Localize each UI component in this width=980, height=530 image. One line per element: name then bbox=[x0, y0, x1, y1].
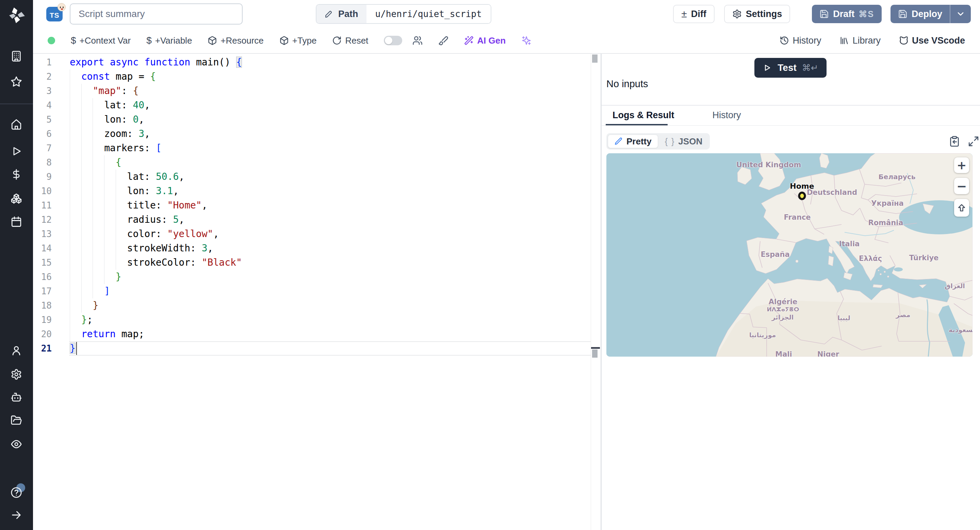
workspace-emoji-icon bbox=[57, 3, 66, 11]
format-brush-icon[interactable] bbox=[438, 35, 449, 46]
code-line-19[interactable]: }; bbox=[70, 313, 242, 327]
map-country-label: Deutschland bbox=[807, 188, 857, 196]
code-line-9[interactable]: lat: 50.6, bbox=[70, 170, 242, 184]
overview-cursor-mark bbox=[591, 347, 600, 349]
text-caret bbox=[76, 342, 77, 355]
play-icon bbox=[762, 63, 772, 73]
result-map[interactable]: United KingdomБеларусьDeutschlandУкраїна… bbox=[606, 153, 972, 357]
help-circle-icon bbox=[11, 487, 22, 498]
users-icon[interactable] bbox=[412, 35, 423, 46]
code-line-3[interactable]: "map": { bbox=[70, 84, 242, 98]
pretty-view-button[interactable]: Pretty bbox=[608, 134, 658, 148]
divider bbox=[601, 105, 980, 105]
sidebar-item-star[interactable] bbox=[11, 76, 22, 88]
code-lines[interactable]: export async function main() { const map… bbox=[70, 55, 242, 356]
map-reset-view-button[interactable] bbox=[954, 199, 969, 217]
sparkles-icon[interactable] bbox=[521, 35, 531, 46]
sidebar-item-boxes[interactable] bbox=[11, 193, 22, 204]
building-icon bbox=[11, 50, 22, 62]
deploy-dropdown-button[interactable] bbox=[950, 5, 971, 23]
main-area: TS Path u/henri/quiet_script ± Diff bbox=[33, 0, 980, 530]
code-line-21[interactable]: } bbox=[70, 341, 242, 356]
run-as-toggle[interactable] bbox=[384, 36, 402, 45]
sidebar-item-building[interactable] bbox=[11, 50, 22, 62]
add-type-button[interactable]: +Type bbox=[279, 35, 317, 46]
eye-icon bbox=[11, 438, 22, 450]
code-line-17[interactable]: ] bbox=[70, 284, 242, 299]
code-line-16[interactable]: } bbox=[70, 270, 242, 284]
toolbar-right: History Library Use VScode bbox=[780, 35, 980, 46]
json-view-button[interactable]: { } JSON bbox=[659, 134, 708, 148]
map-country-label: Ελλάς bbox=[859, 254, 882, 263]
map-country-label: العراق bbox=[945, 282, 965, 289]
add-context-var-button[interactable]: $ +Context Var bbox=[71, 35, 130, 46]
sidebar-item-play[interactable] bbox=[11, 145, 22, 157]
sidebar-item-folder-open[interactable] bbox=[11, 415, 22, 426]
dollar-icon: $ bbox=[146, 35, 152, 46]
map-zoom-in-button[interactable]: + bbox=[954, 157, 969, 173]
diff-button[interactable]: ± Diff bbox=[673, 5, 714, 23]
reset-button[interactable]: Reset bbox=[332, 35, 368, 46]
code-line-2[interactable]: const map = { bbox=[70, 69, 242, 84]
content-row: 123456789101112131415161718192021 export… bbox=[33, 54, 980, 530]
sidebar-item-settings[interactable] bbox=[11, 369, 22, 380]
package-icon bbox=[279, 36, 289, 45]
map-country-label: Türkiye bbox=[909, 254, 939, 262]
path-widget[interactable]: Path u/henri/quiet_script bbox=[316, 4, 492, 24]
code-line-13[interactable]: color: "yellow", bbox=[70, 227, 242, 241]
add-resource-button[interactable]: +Resource bbox=[208, 35, 263, 46]
sidebar-item-calendar[interactable] bbox=[11, 216, 22, 228]
sidebar-item-dollar-sign[interactable] bbox=[11, 169, 22, 180]
ai-gen-button[interactable]: AI Gen bbox=[464, 35, 506, 46]
windmill-logo[interactable] bbox=[6, 5, 27, 26]
code-line-7[interactable]: markers: [ bbox=[70, 141, 242, 155]
map-marker-home[interactable] bbox=[798, 192, 806, 200]
cat-icon bbox=[899, 36, 908, 45]
code-line-14[interactable]: strokeWidth: 3, bbox=[70, 241, 242, 255]
code-line-11[interactable]: title: "Home", bbox=[70, 198, 242, 212]
code-line-6[interactable]: zoom: 3, bbox=[70, 127, 242, 141]
code-line-1[interactable]: export async function main() { bbox=[70, 55, 242, 69]
code-line-12[interactable]: radius: 5, bbox=[70, 212, 242, 227]
sidebar-item-help-circle[interactable] bbox=[11, 487, 22, 498]
use-vscode-button[interactable]: Use VScode bbox=[899, 35, 965, 46]
path-label-segment[interactable]: Path bbox=[317, 5, 366, 23]
sidebar-item-user[interactable] bbox=[11, 345, 22, 356]
expand-icon[interactable] bbox=[968, 136, 979, 147]
map-country-label: United Kingdom bbox=[737, 161, 801, 169]
code-line-18[interactable]: } bbox=[70, 299, 242, 313]
code-line-10[interactable]: lon: 3.1, bbox=[70, 184, 242, 198]
code-editor[interactable]: 123456789101112131415161718192021 export… bbox=[33, 54, 601, 530]
dollar-icon: $ bbox=[71, 35, 76, 46]
code-line-15[interactable]: strokeColor: "Black" bbox=[70, 255, 242, 270]
history-button[interactable]: History bbox=[780, 35, 821, 46]
scrollbar-thumb[interactable] bbox=[592, 54, 598, 63]
editor-toolbar: $ +Context Var $ +Variable +Resource +Ty… bbox=[33, 28, 980, 54]
map-country-label: مصر bbox=[896, 311, 910, 318]
copy-to-clipboard-icon[interactable] bbox=[949, 136, 960, 147]
play-icon bbox=[11, 145, 22, 157]
deploy-button[interactable]: Deploy bbox=[891, 5, 950, 23]
code-line-4[interactable]: lat: 40, bbox=[70, 98, 242, 112]
library-button[interactable]: Library bbox=[840, 35, 881, 46]
code-line-5[interactable]: lon: 0, bbox=[70, 112, 242, 127]
wand-icon bbox=[464, 36, 474, 45]
settings-button[interactable]: Settings bbox=[724, 5, 791, 23]
test-button[interactable]: Test ⌘↵ bbox=[754, 58, 827, 78]
add-variable-button[interactable]: $ +Variable bbox=[146, 35, 192, 46]
map-zoom-out-button[interactable]: − bbox=[954, 178, 969, 194]
sidebar-item-home[interactable] bbox=[11, 118, 22, 130]
code-line-20[interactable]: return map; bbox=[70, 327, 242, 341]
deploy-split-button: Deploy bbox=[891, 5, 971, 23]
draft-button[interactable]: Draft ⌘S bbox=[812, 5, 882, 23]
dollar-sign-icon bbox=[11, 169, 22, 180]
sidebar-item-arrow-right[interactable] bbox=[11, 509, 22, 521]
tab-history[interactable]: History bbox=[713, 110, 741, 121]
code-line-8[interactable]: { bbox=[70, 155, 242, 170]
script-summary-input[interactable] bbox=[70, 3, 243, 24]
path-value[interactable]: u/henri/quiet_script bbox=[366, 5, 491, 23]
sidebar-item-eye[interactable] bbox=[11, 438, 22, 450]
tab-logs-result[interactable]: Logs & Result bbox=[612, 110, 675, 121]
no-inputs-text: No inputs bbox=[606, 78, 648, 89]
sidebar-item-bot[interactable] bbox=[11, 391, 22, 403]
